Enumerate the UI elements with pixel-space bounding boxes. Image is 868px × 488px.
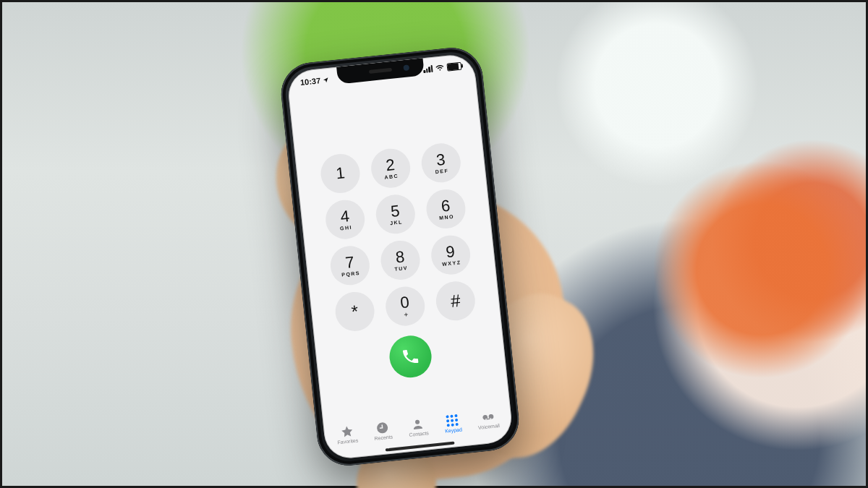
tab-voicemail[interactable]: Voicemail [477, 409, 501, 430]
key-9[interactable]: 9WXYZ [429, 234, 472, 276]
key-hash[interactable]: # [434, 280, 477, 322]
call-button[interactable] [388, 333, 434, 380]
cellular-icon [423, 65, 433, 73]
clock-icon [375, 421, 390, 435]
key-3[interactable]: 3DEF [420, 142, 462, 184]
key-4[interactable]: 4GHI [324, 198, 367, 241]
tab-label: Keypad [445, 427, 462, 433]
tab-label: Favorites [337, 437, 358, 445]
location-icon [323, 76, 330, 83]
tab-favorites[interactable]: Favorites [336, 424, 358, 445]
wifi-icon [435, 63, 444, 72]
battery-icon [446, 61, 461, 71]
key-2[interactable]: 2ABC [369, 147, 412, 189]
status-time: 10:37 [299, 76, 320, 87]
key-6[interactable]: 6MNO [425, 187, 467, 230]
key-star[interactable]: * [333, 290, 376, 333]
tab-label: Contacts [409, 430, 429, 437]
voicemail-icon [481, 410, 495, 424]
phone-screen: 10:37 1 2ABC 3DEF 4GHI 5JKL [286, 53, 514, 461]
keypad: 1 2ABC 3DEF 4GHI 5JKL 6MNO 7PQRS 8TUV 9W… [295, 139, 506, 387]
iphone-device: 10:37 1 2ABC 3DEF 4GHI 5JKL [278, 45, 522, 468]
phone-icon [400, 346, 421, 367]
star-icon [340, 424, 354, 439]
key-8[interactable]: 8TUV [379, 239, 422, 281]
key-7[interactable]: 7PQRS [328, 244, 371, 287]
key-0[interactable]: 0+ [384, 285, 427, 328]
tab-contacts[interactable]: Contacts [407, 416, 429, 437]
tab-keypad[interactable]: Keypad [443, 413, 462, 433]
contacts-icon [411, 417, 425, 432]
key-5[interactable]: 5JKL [374, 193, 417, 236]
keypad-icon [446, 414, 460, 428]
photo-scene: 10:37 1 2ABC 3DEF 4GHI 5JKL [0, 0, 868, 488]
tab-label: Recents [374, 434, 393, 441]
key-1[interactable]: 1 [319, 152, 362, 194]
tab-label: Voicemail [478, 423, 501, 430]
tab-recents[interactable]: Recents [373, 421, 393, 442]
